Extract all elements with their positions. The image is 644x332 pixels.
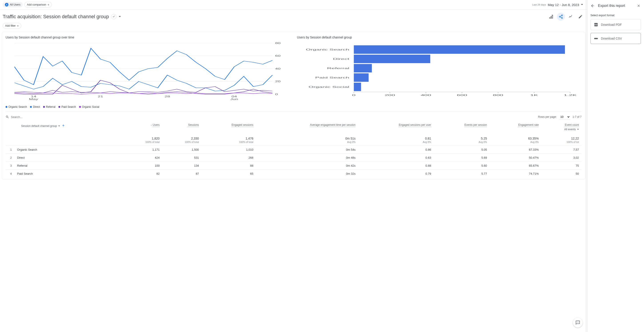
svg-rect-22 — [354, 55, 430, 63]
csv-icon — [594, 36, 598, 41]
legend-item[interactable]: Organic Search — [6, 105, 27, 108]
svg-text:80: 80 — [275, 42, 280, 45]
add-dimension-button[interactable]: + — [61, 123, 66, 128]
legend-item[interactable]: Paid Search — [58, 105, 76, 108]
all-users-chip[interactable]: A All Users — [3, 2, 23, 7]
col-engaged-sessions[interactable]: Engaged sessions — [232, 123, 253, 127]
sidepanel-title: Export this report — [598, 4, 633, 8]
svg-text:1.2K: 1.2K — [564, 94, 577, 96]
table-row[interactable]: 2Direct4245312680m 48s0.635.6950.47%3,02 — [6, 154, 582, 162]
download-csv-option[interactable]: Download CSV — [590, 33, 641, 44]
bar-chart-title: Users by Session default channel group — [297, 36, 582, 39]
verified-icon[interactable] — [111, 14, 116, 19]
col-users[interactable]: Users — [153, 123, 160, 127]
svg-rect-20 — [354, 45, 565, 54]
svg-text:40: 40 — [275, 67, 280, 70]
svg-text:PDF: PDF — [594, 24, 597, 26]
data-table: Session default channel group + ↓ Users … — [6, 121, 582, 178]
report-card: Users by Session default channel group o… — [2, 32, 585, 180]
svg-rect-28 — [354, 83, 361, 91]
legend: Organic SearchDirectReferralPaid SearchO… — [6, 105, 290, 108]
add-comparison-label: Add comparison — [27, 3, 46, 6]
col-avg-engagement[interactable]: Average engagement time per session — [310, 123, 356, 127]
export-sidepanel: Export this report Select export format:… — [587, 0, 644, 332]
dropdown-icon[interactable] — [119, 16, 121, 17]
svg-text:200: 200 — [385, 94, 395, 96]
topbar: A All Users Add comparison + Last 28 day… — [0, 0, 587, 10]
col-events-per-session[interactable]: Events per session — [464, 123, 487, 127]
legend-item[interactable]: Organic Social — [79, 105, 99, 108]
plus-icon: + — [17, 24, 19, 28]
svg-rect-46 — [594, 38, 598, 39]
svg-rect-24 — [354, 64, 372, 72]
edit-icon[interactable] — [576, 13, 584, 21]
chat-fab[interactable] — [573, 318, 583, 328]
chevron-down-icon — [58, 126, 60, 127]
svg-point-0 — [562, 15, 563, 16]
table-row[interactable]: 3Referral100134880m 42s0.885.6065.67%75 — [6, 162, 582, 170]
page-title: Traffic acquisition: Session default cha… — [3, 14, 109, 20]
col-sessions[interactable]: Sessions — [188, 123, 199, 127]
svg-text:Jun: Jun — [230, 98, 238, 101]
legend-item[interactable]: Direct — [30, 105, 40, 108]
svg-point-49 — [578, 322, 579, 322]
pagination-text: 1-7 of 7 — [572, 115, 582, 118]
svg-point-48 — [578, 322, 578, 322]
share-icon[interactable] — [557, 13, 565, 21]
search-icon — [6, 115, 9, 119]
svg-text:60: 60 — [275, 54, 280, 57]
date-prefix: Last 28 days — [532, 3, 546, 6]
svg-text:Organic Search: Organic Search — [306, 48, 349, 51]
chevron-down-icon — [581, 4, 583, 5]
svg-text:1K: 1K — [530, 94, 538, 96]
svg-rect-26 — [354, 73, 369, 82]
svg-point-1 — [559, 16, 560, 17]
title-bar: Traffic acquisition: Session default cha… — [0, 10, 587, 23]
svg-text:Referral: Referral — [327, 67, 349, 70]
line-chart[interactable]: 02040608014May212804Jun — [6, 41, 290, 103]
back-icon[interactable] — [590, 3, 595, 8]
chevron-down-icon — [577, 129, 579, 130]
all-users-label: All Users — [10, 3, 20, 6]
plus-icon: + — [48, 3, 49, 6]
svg-point-2 — [562, 17, 563, 18]
customize-icon[interactable] — [547, 13, 555, 21]
date-range-text: May 12 - Jun 8, 2023 — [548, 3, 579, 7]
add-comparison-chip[interactable]: Add comparison + — [24, 2, 52, 8]
svg-text:28: 28 — [165, 95, 170, 98]
add-filter-chip[interactable]: Add filter + — [3, 23, 21, 29]
legend-item[interactable]: Referral — [43, 105, 56, 108]
svg-point-47 — [577, 322, 577, 322]
export-format-label: Select export format: — [590, 14, 641, 17]
svg-text:Direct: Direct — [333, 58, 349, 60]
col-engaged-per-user[interactable]: Engaged sessions per user — [399, 123, 431, 127]
insights-icon[interactable] — [567, 13, 575, 21]
chat-icon — [575, 320, 580, 325]
svg-text:20: 20 — [275, 80, 280, 83]
svg-text:14: 14 — [31, 95, 36, 98]
close-icon[interactable] — [636, 3, 641, 8]
pdf-icon: PDF — [594, 22, 598, 27]
add-filter-label: Add filter — [5, 24, 16, 27]
rows-per-page-label: Rows per page: — [538, 115, 557, 118]
svg-text:400: 400 — [421, 94, 431, 96]
col-event-count[interactable]: Event count — [565, 123, 579, 127]
svg-text:04: 04 — [232, 95, 237, 98]
sort-arrow-icon[interactable]: ↓ — [150, 123, 152, 126]
svg-text:Paid Search: Paid Search — [315, 76, 349, 79]
date-range-picker[interactable]: Last 28 days May 12 - Jun 8, 2023 — [532, 3, 584, 7]
col-engagement-rate[interactable]: Engagement rate — [518, 123, 539, 127]
svg-text:800: 800 — [493, 94, 503, 96]
svg-text:0: 0 — [352, 94, 356, 96]
bar-chart[interactable]: Organic SearchDirectReferralPaid SearchO… — [297, 41, 582, 103]
svg-text:600: 600 — [457, 94, 467, 96]
dimension-picker[interactable]: Session default channel group — [21, 124, 60, 128]
search-input[interactable] — [11, 115, 55, 119]
table-row[interactable]: 1Organic Search1,1711,5001,0100m 54s0.86… — [6, 146, 582, 154]
svg-text:21: 21 — [98, 95, 103, 98]
download-pdf-option[interactable]: PDF Download PDF — [590, 19, 641, 30]
event-filter-picker[interactable]: All events — [564, 128, 579, 131]
rows-per-page-select[interactable]: 10 — [559, 114, 570, 119]
svg-text:0: 0 — [275, 93, 278, 96]
table-row[interactable]: 4Paid Search8287650m 32s0.795.7774.71%50 — [6, 170, 582, 178]
